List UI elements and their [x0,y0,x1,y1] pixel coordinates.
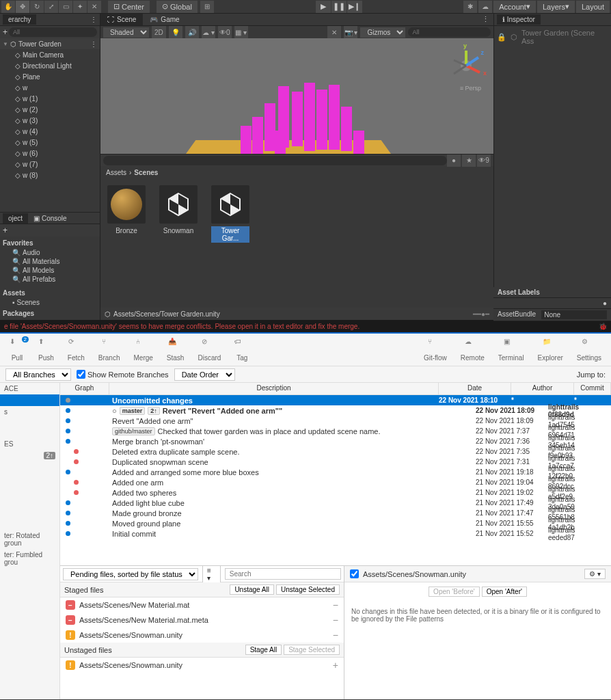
stash-item[interactable]: ter: Rotated groun [0,530,59,549]
transform-tool-icon[interactable]: ✦ [73,1,87,13]
pivot-global-button[interactable]: ⊙Global [157,1,198,13]
plus-icon[interactable]: + [3,226,8,235]
assets-header[interactable]: Assets [3,288,97,298]
play-button[interactable]: ▶ [316,1,331,13]
breadcrumb-scenes[interactable]: Scenes [134,169,158,176]
hidden-icon[interactable]: 👁0 [218,26,232,38]
file-action-icon[interactable]: − [333,615,338,625]
unstage-all-button[interactable]: Unstage All [230,584,274,595]
hierarchy-item[interactable]: ◇w (4) [0,126,100,137]
file-row[interactable]: !Assets/Scenes/Snowman.unity− [60,628,344,643]
layout-dropdown[interactable]: Layout [576,1,610,13]
grid-icon[interactable]: ▦ ▾ [234,26,248,38]
commit-row[interactable]: Merge branch 'pt-snowman'22 Nov 2021 7:3… [60,436,611,446]
hidden-count[interactable]: 👁9 [477,154,491,167]
commit-row[interactable]: Moved ground plane21 Nov 2021 15:55light… [60,518,611,528]
open-after-button[interactable]: Open 'After' [482,587,527,597]
commit-row[interactable]: Uncommitted changes22 Nov 2021 18:10** [60,395,611,405]
breadcrumb-assets[interactable]: Assets [106,169,126,176]
hand-tool-icon[interactable]: ✋ [1,1,15,13]
scale-tool-icon[interactable]: ⤢ [44,1,58,13]
favorite-item[interactable]: 🔍All Materials [3,257,97,266]
asset-labels-row[interactable]: ● [493,298,611,309]
file-action-icon[interactable]: − [333,630,338,641]
plus-icon[interactable]: + [3,27,8,37]
view-mode-button[interactable]: ≡ ▾ [202,565,221,583]
hierarchy-item[interactable]: ◇w (7) [0,159,100,170]
move-tool-icon[interactable]: ✥ [16,1,29,13]
audio-icon[interactable]: 🔊 [185,26,199,38]
pull-button[interactable]: ⬇Pull2 [3,338,31,362]
scenes-folder[interactable]: ▪Scenes [3,298,97,307]
discard-button[interactable]: ⊘Discard [191,338,228,362]
gizmos-dropdown[interactable]: Gizmos [360,27,405,38]
scene-tab[interactable]: ⛶Scene [100,14,143,25]
commit-row[interactable]: Initial commit21 Nov 2021 15:52lighttrai… [60,528,611,539]
expand-icon[interactable]: ▼ [3,41,8,47]
hierarchy-item[interactable]: ◇Directional Light [0,60,100,71]
game-tab[interactable]: 🎮Game [143,14,186,25]
bug-icon[interactable]: 🐞 [599,323,607,330]
scene-menu-icon[interactable]: ⋮ [90,40,97,48]
favorite-item[interactable]: 🔍All Prefabs [3,275,97,284]
project-tab[interactable]: oject [3,213,28,224]
hierarchy-item[interactable]: ◇w (1) [0,93,100,104]
tag-button[interactable]: 🏷Tag [228,338,256,362]
remote-branches-check[interactable]: Show Remote Branches [77,370,169,379]
stage-all-button[interactable]: Stage All [245,645,282,655]
sidebar-active-item[interactable] [0,394,59,406]
layers-dropdown[interactable]: Layers ▾ [537,1,575,13]
scene-root[interactable]: ▼ ⬡ Tower Garden ⋮ [0,38,100,49]
hierarchy-tab[interactable]: erarchy [3,14,36,25]
col-author[interactable]: Author [511,383,574,394]
commit-row[interactable]: Made ground bronze21 Nov 2021 17:47light… [60,508,611,518]
bundle-dropdown[interactable]: None [541,310,607,319]
fetch-button[interactable]: ⟳Fetch [61,338,92,362]
col-graph[interactable]: Graph [60,383,109,394]
open-before-button[interactable]: Open 'Before' [429,587,480,597]
col-desc[interactable]: Description [109,383,439,394]
pending-filter[interactable]: Pending files, sorted by file status [63,568,198,580]
commit-row[interactable]: Added two spheres21 Nov 2021 19:02lightt… [60,487,611,498]
hierarchy-item[interactable]: ◇w (3) [0,115,100,126]
hierarchy-item[interactable]: ◇w (5) [0,137,100,148]
file-row[interactable]: !Assets/Scenes/Snowman.unity+ [60,658,344,673]
cloud-icon[interactable]: ☁ [478,1,492,13]
file-row[interactable]: −Assets/Scenes/New Material.mat− [60,597,344,612]
push-button[interactable]: ⬆Push [31,338,61,362]
tools-icon[interactable]: ✕ [327,26,341,38]
explorer-button[interactable]: 📁Explorer [531,338,570,362]
commit-row[interactable]: Deleted extra duplicate sample scene.22 … [60,446,611,457]
hierarchy-item[interactable]: ◇w (6) [0,148,100,159]
scene-viewport[interactable]: x y z ≡ Persp [100,38,493,154]
step-button[interactable]: ▶❙ [347,1,362,13]
hierarchy-search[interactable] [9,27,97,37]
branch-button[interactable]: ⑂Branch [92,338,127,362]
orientation-gizmo[interactable]: x y z ≡ Persp [446,45,487,86]
col-commit[interactable]: Commit [574,383,611,394]
panel-menu-icon[interactable]: ⋮ [90,16,97,23]
hierarchy-item[interactable]: ◇w [0,82,100,93]
console-tab[interactable]: ▣ Console [28,213,72,224]
hierarchy-item[interactable]: ◇w (2) [0,104,100,115]
project-search-input[interactable] [103,156,447,165]
file-action-icon[interactable]: − [333,600,338,610]
commit-row[interactable]: Duplicated snopwman scene22 Nov 2021 7:3… [60,457,611,467]
snap-button[interactable]: ⊞ [200,1,214,13]
commit-row[interactable]: github/masterChecked that tower garden w… [60,426,611,436]
lock-icon[interactable]: 🔒 [497,33,506,42]
collab-icon[interactable]: ✱ [463,1,477,13]
branch-filter[interactable]: All Branches [5,368,71,381]
fx-icon[interactable]: ☁ ▾ [202,26,215,38]
remote-button[interactable]: ☁Remote [454,338,491,362]
pause-button[interactable]: ❚❚ [331,1,347,13]
commit-row[interactable]: Added light blue cube21 Nov 2021 17:49li… [60,498,611,508]
order-filter[interactable]: Date Order [174,368,235,381]
camera-icon[interactable]: 📷 ▾ [344,26,357,38]
terminal-button[interactable]: ▣Terminal [491,338,531,362]
commit-row[interactable]: Added one arm21 Nov 2021 19:04lighttrail… [60,477,611,487]
pivot-center-button[interactable]: ⊡Center [108,1,150,13]
inspector-tab[interactable]: ℹ Inspector [497,14,541,25]
favorite-item[interactable]: 🔍All Models [3,266,97,275]
branches-section[interactable]: ES [0,438,59,450]
